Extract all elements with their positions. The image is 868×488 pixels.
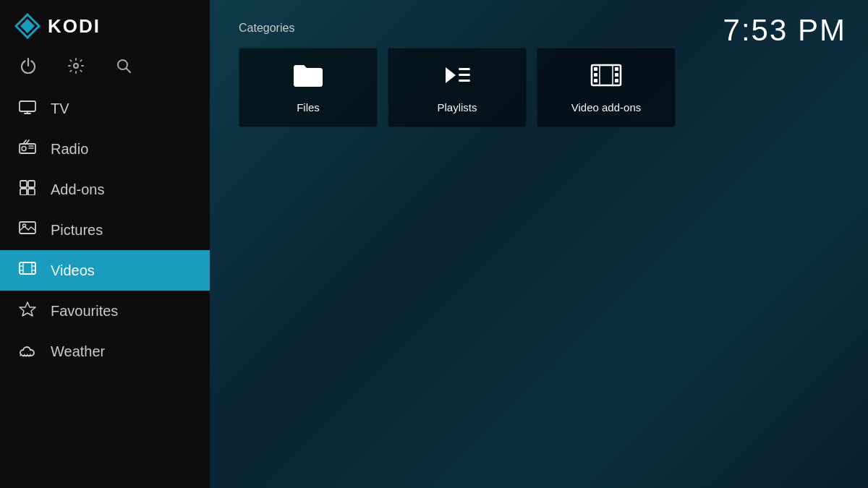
sidebar-item-label-tv: TV (51, 100, 69, 117)
sidebar-item-weather[interactable]: Weather (0, 331, 210, 372)
sidebar-item-add-ons[interactable]: Add-ons (0, 169, 210, 210)
sidebar-item-radio[interactable]: Radio (0, 129, 210, 169)
svg-rect-14 (20, 189, 27, 195)
sidebar-item-label-addons: Add-ons (51, 181, 105, 198)
svg-rect-37 (594, 79, 597, 82)
sidebar-item-label-pictures: Pictures (51, 222, 103, 239)
svg-rect-35 (594, 67, 597, 71)
sidebar-item-label-videos: Videos (51, 262, 95, 279)
svg-marker-25 (20, 302, 35, 316)
sidebar-item-tv[interactable]: TV (0, 88, 210, 129)
sidebar-item-label-favourites: Favourites (51, 303, 118, 320)
sidebar-item-label-radio: Radio (51, 141, 88, 158)
svg-rect-38 (615, 67, 618, 71)
svg-rect-39 (615, 73, 618, 77)
svg-rect-5 (20, 101, 35, 111)
pictures-icon (17, 220, 38, 240)
sidebar-nav: TV Radio (0, 88, 210, 372)
svg-rect-15 (28, 189, 35, 195)
playlist-icon (441, 61, 473, 94)
sidebar: KODI (0, 0, 210, 488)
category-card-files-label: Files (297, 101, 320, 114)
category-card-video-addons[interactable]: Video add-ons (537, 48, 676, 127)
svg-rect-31 (459, 68, 470, 70)
clock: 7:53 PM (723, 13, 846, 48)
svg-rect-32 (459, 74, 470, 76)
svg-rect-40 (615, 79, 618, 82)
svg-rect-13 (28, 181, 35, 187)
main-content: 7:53 PM Categories Files (210, 0, 868, 488)
category-card-playlists[interactable]: Playlists (388, 48, 527, 127)
videos-icon (17, 260, 38, 281)
svg-point-9 (22, 147, 26, 151)
category-card-playlists-label: Playlists (437, 101, 477, 114)
svg-rect-12 (20, 181, 27, 187)
sidebar-item-label-weather: Weather (51, 343, 105, 360)
svg-rect-33 (459, 80, 470, 82)
svg-marker-30 (446, 67, 456, 83)
top-action-buttons (0, 52, 210, 85)
power-button[interactable] (20, 58, 36, 74)
svg-rect-16 (20, 222, 35, 234)
app-title: KODI (48, 15, 101, 38)
settings-button[interactable] (68, 58, 84, 74)
sidebar-header: KODI (0, 0, 210, 52)
category-cards-container: Files Playlists (239, 48, 839, 127)
sidebar-item-pictures[interactable]: Pictures (0, 210, 210, 250)
kodi-logo-icon (14, 13, 41, 39)
svg-line-4 (127, 69, 131, 73)
film-icon (590, 61, 622, 94)
tv-icon (17, 98, 38, 119)
search-button[interactable] (116, 58, 132, 74)
radio-icon (17, 139, 38, 159)
svg-rect-18 (20, 262, 35, 274)
folder-icon (292, 61, 324, 94)
svg-point-2 (74, 64, 78, 68)
category-card-video-addons-label: Video add-ons (571, 101, 641, 114)
sidebar-item-favourites[interactable]: Favourites (0, 291, 210, 331)
svg-rect-36 (594, 73, 597, 77)
star-icon (17, 301, 38, 321)
category-card-files[interactable]: Files (239, 48, 378, 127)
weather-icon (17, 341, 38, 361)
sidebar-item-videos[interactable]: Videos (0, 250, 210, 291)
addons-icon (17, 179, 38, 200)
